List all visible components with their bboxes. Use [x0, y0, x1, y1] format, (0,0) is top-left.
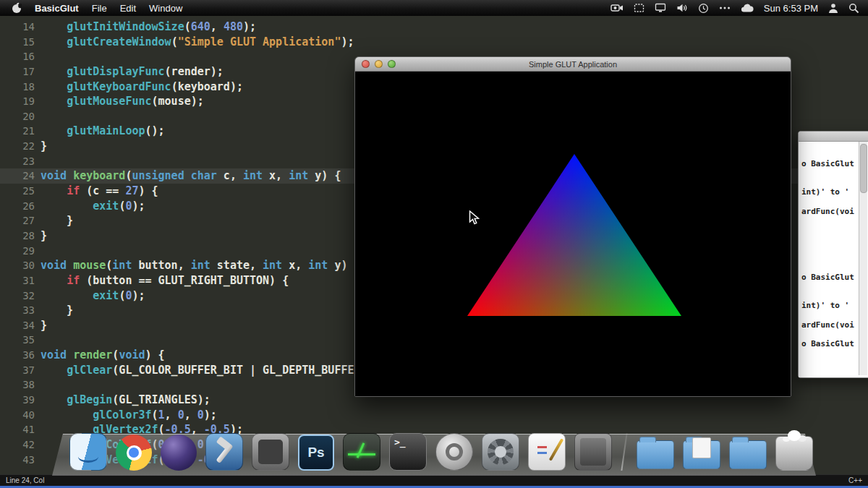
chrome-icon[interactable]: [116, 435, 152, 471]
line-number: 43: [0, 453, 41, 468]
screen-record-icon[interactable]: [610, 3, 624, 13]
log-window-scrollbar[interactable]: [859, 142, 867, 375]
line-number: 29: [0, 244, 41, 259]
dots-icon[interactable]: [719, 6, 731, 10]
glut-app-window[interactable]: Simple GLUT Application: [354, 56, 791, 397]
line-number: 40: [0, 408, 41, 423]
line-number: 15: [0, 35, 41, 50]
photoshop-icon[interactable]: Ps: [298, 435, 334, 471]
build-log-window[interactable]: o BasicGlutint)' to 'ardFunc(voio BasicG…: [798, 131, 868, 378]
gray-app-icon[interactable]: [252, 433, 289, 471]
volume-icon[interactable]: [676, 3, 688, 13]
apple-logo-icon[interactable]: [12, 2, 22, 14]
user-icon[interactable]: [828, 3, 838, 14]
close-button[interactable]: [362, 60, 370, 68]
menu-item-window[interactable]: Window: [149, 3, 182, 14]
finder-icon[interactable]: [69, 433, 107, 471]
mouse-cursor-icon: [469, 210, 480, 229]
line-number: 37: [0, 363, 41, 378]
app-menus: FileEditWindow: [92, 3, 183, 14]
dock-separator: [621, 433, 628, 471]
active-app-name[interactable]: BasicGlut: [35, 3, 79, 14]
line-number: 23: [0, 154, 41, 169]
code-text: glutCreateWindow("Simple GLUT Applicatio…: [41, 35, 868, 50]
line-number: 39: [0, 393, 41, 408]
window-traffic-lights: [362, 60, 396, 68]
triangle-green-layer: [467, 154, 681, 316]
terminal-icon-label: >_: [394, 437, 406, 448]
line-number: 24: [0, 168, 41, 184]
line-number: 18: [0, 80, 41, 95]
code-line[interactable]: 15 glutCreateWindow("Simple GLUT Applica…: [0, 35, 868, 50]
xcode-icon[interactable]: [205, 433, 243, 471]
line-number: 28: [0, 228, 41, 244]
trash-icon[interactable]: [775, 436, 813, 471]
glut-window-titlebar[interactable]: Simple GLUT Application: [355, 57, 791, 72]
art-app-icon[interactable]: [528, 433, 566, 471]
line-number: 22: [0, 139, 41, 154]
language-mode-label[interactable]: C++: [848, 476, 862, 484]
line-number: 21: [0, 124, 41, 139]
dock: Ps>_: [69, 433, 813, 471]
line-number: 41: [0, 422, 41, 437]
code-text: glutInitWindowSize(640, 480);: [41, 20, 868, 35]
line-number: 27: [0, 213, 41, 228]
line-number: 35: [0, 333, 41, 348]
log-window-titlebar[interactable]: [799, 132, 868, 142]
minimize-button[interactable]: [375, 60, 383, 68]
line-number: 30: [0, 258, 41, 273]
line-number: 36: [0, 348, 41, 363]
applications-folder-icon[interactable]: [637, 440, 674, 469]
code-line[interactable]: 40 glColor3f(1, 0, 0);: [0, 408, 868, 423]
menu-clock[interactable]: Sun 6:53 PM: [764, 3, 818, 14]
line-number: 17: [0, 64, 41, 80]
menu-item-file[interactable]: File: [92, 3, 107, 14]
line-number: 25: [0, 184, 41, 199]
capture-icon[interactable]: [634, 3, 644, 13]
line-number: 32: [0, 288, 41, 304]
log-line: o BasicGlut: [801, 159, 854, 168]
quicktime-icon[interactable]: [435, 433, 473, 471]
line-number: 26: [0, 199, 41, 214]
code-line[interactable]: 14 glutInitWindowSize(640, 480);: [0, 20, 868, 35]
instruments-icon[interactable]: [343, 433, 380, 471]
log-line: ardFunc(voi: [801, 320, 854, 330]
menu-bar: BasicGlut FileEditWindow Sun 6:53 PM: [0, 0, 868, 16]
documents-folder-icon[interactable]: [683, 440, 720, 469]
line-number: 16: [0, 49, 41, 64]
glut-window-title: Simple GLUT Application: [529, 60, 617, 69]
menu-bar-left: BasicGlut FileEditWindow: [0, 2, 182, 14]
cursor-position-label: Line 24, Col: [6, 476, 44, 484]
spotlight-icon[interactable]: [848, 3, 859, 14]
utility-app-icon[interactable]: [574, 433, 612, 471]
line-number: 42: [0, 437, 41, 453]
code-text: glColor3f(1, 0, 0);: [41, 408, 868, 423]
log-line: int)' to ': [801, 301, 849, 310]
eclipse-icon[interactable]: [161, 435, 197, 471]
scrollbar-thumb[interactable]: [860, 144, 867, 193]
downloads-folder-icon[interactable]: [729, 440, 767, 469]
log-line: ardFunc(voi: [801, 207, 854, 216]
terminal-icon[interactable]: >_: [389, 433, 427, 471]
system-preferences-icon[interactable]: [482, 433, 519, 471]
log-line: o BasicGlut: [801, 273, 854, 282]
menu-item-edit[interactable]: Edit: [120, 3, 136, 14]
line-number: 14: [0, 20, 41, 35]
line-number: 38: [0, 377, 41, 393]
photoshop-icon-label: Ps: [307, 445, 324, 461]
menu-bar-right: Sun 6:53 PM: [610, 3, 868, 14]
time-machine-icon[interactable]: [698, 3, 709, 14]
log-line: o BasicGlut: [801, 339, 854, 348]
zoom-button[interactable]: [388, 60, 396, 68]
rgb-gradient-triangle: [467, 154, 681, 316]
editor-status-bar: Line 24, Col C++: [0, 474, 868, 486]
cloud-icon[interactable]: [741, 4, 754, 13]
display-icon[interactable]: [655, 3, 666, 13]
line-number: 20: [0, 109, 41, 124]
line-number: 33: [0, 303, 41, 318]
line-number: 34: [0, 318, 41, 333]
log-line: int)' to ': [801, 187, 849, 197]
log-window-content: o BasicGlutint)' to 'ardFunc(voio BasicG…: [799, 142, 868, 377]
line-number: 19: [0, 94, 41, 109]
glut-render-canvas[interactable]: [355, 72, 791, 396]
